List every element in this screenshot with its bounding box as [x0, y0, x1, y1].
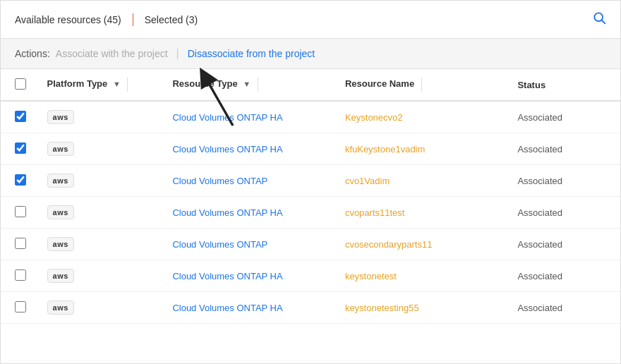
header-left: Available resources (45) Selected (3)	[15, 13, 592, 26]
aws-badge: aws	[47, 142, 74, 156]
row-status: Associated	[510, 260, 620, 292]
status-badge: Associated	[517, 144, 562, 154]
table-row: awsCloud Volumes ONTAP HAkeystonetestAss…	[1, 260, 620, 292]
table-row: awsCloud Volumes ONTAPcvo1VadimAssociate…	[1, 165, 620, 197]
status-header: Status	[510, 69, 620, 101]
row-resource-type[interactable]: Cloud Volumes ONTAP HA	[165, 292, 338, 324]
row-resource-type[interactable]: Cloud Volumes ONTAP HA	[165, 133, 338, 165]
row-resource-name[interactable]: keystonetest	[338, 260, 511, 292]
row-platform: aws	[40, 165, 166, 197]
aws-badge: aws	[47, 110, 74, 124]
resource-type-link[interactable]: Cloud Volumes ONTAP HA	[172, 303, 282, 313]
col-divider-2	[258, 78, 258, 92]
actions-label: Actions:	[15, 48, 50, 59]
table-row: awsCloud Volumes ONTAPcvosecondaryparts1…	[1, 229, 620, 260]
aws-badge: aws	[47, 269, 74, 283]
row-checkbox-0[interactable]	[15, 111, 26, 122]
status-badge: Associated	[517, 271, 562, 281]
row-resource-type[interactable]: Cloud Volumes ONTAP HA	[165, 197, 338, 229]
table-header-row: Platform Type ▼ Resource Type ▼ Resource…	[1, 69, 620, 101]
disassociate-button[interactable]: Disassociate from the project	[188, 48, 315, 59]
header-divider	[133, 13, 133, 26]
row-resource-name[interactable]: cvo1Vadim	[338, 165, 511, 197]
row-status: Associated	[510, 229, 620, 260]
row-resource-name[interactable]: kfuKeystone1vadim	[338, 133, 511, 165]
row-checkbox-cell	[1, 101, 40, 133]
row-resource-name[interactable]: cvosecondaryparts11	[338, 229, 511, 260]
row-platform: aws	[40, 229, 166, 260]
row-checkbox-cell	[1, 229, 40, 260]
resource-type-link[interactable]: Cloud Volumes ONTAP HA	[172, 271, 282, 281]
row-platform: aws	[40, 260, 166, 292]
row-checkbox-cell	[1, 292, 40, 324]
table-row: awsCloud Volumes ONTAP HAkfuKeystone1vad…	[1, 133, 620, 165]
row-resource-name[interactable]: keystonetesting55	[338, 292, 511, 324]
header-bar: Available resources (45) Selected (3)	[1, 1, 620, 39]
row-checkbox-cell	[1, 133, 40, 165]
available-count: Available resources (45)	[15, 14, 121, 25]
row-status: Associated	[510, 165, 620, 197]
resource-type-link[interactable]: Cloud Volumes ONTAP HA	[172, 144, 282, 154]
status-badge: Associated	[517, 303, 562, 313]
resource-type-link[interactable]: Cloud Volumes ONTAP HA	[172, 207, 282, 218]
action-divider: |	[176, 47, 179, 60]
row-resource-type[interactable]: Cloud Volumes ONTAP HA	[165, 101, 338, 133]
platform-filter-icon[interactable]: ▼	[113, 80, 121, 88]
associate-button[interactable]: Associate with the project	[56, 48, 168, 59]
status-badge: Associated	[517, 239, 562, 250]
row-checkbox-cell	[1, 197, 40, 229]
row-checkbox-6[interactable]	[15, 301, 26, 313]
row-checkbox-cell	[1, 165, 40, 197]
row-status: Associated	[510, 133, 620, 165]
aws-badge: aws	[47, 205, 74, 219]
status-badge: Associated	[517, 176, 562, 186]
resource-name-link[interactable]: cvo1Vadim	[345, 176, 390, 186]
aws-badge: aws	[47, 174, 74, 188]
resource-table: Platform Type ▼ Resource Type ▼ Resource…	[1, 69, 620, 324]
resource-name-link[interactable]: Keystonecvo2	[345, 112, 403, 123]
row-platform: aws	[40, 133, 166, 165]
resource-table-container: Platform Type ▼ Resource Type ▼ Resource…	[1, 69, 620, 363]
resource-name-link[interactable]: keystonetest	[345, 271, 397, 281]
aws-badge: aws	[47, 301, 74, 315]
resource-type-filter-icon[interactable]: ▼	[243, 80, 251, 88]
row-platform: aws	[40, 292, 166, 324]
resource-name-link[interactable]: cvosecondaryparts11	[345, 239, 433, 250]
row-resource-type[interactable]: Cloud Volumes ONTAP	[165, 165, 338, 197]
row-resource-type[interactable]: Cloud Volumes ONTAP HA	[165, 260, 338, 292]
table-row: awsCloud Volumes ONTAP HAkeystonetesting…	[1, 292, 620, 324]
resource-name-link[interactable]: keystonetesting55	[345, 303, 419, 313]
row-resource-name[interactable]: Keystonecvo2	[338, 101, 511, 133]
row-status: Associated	[510, 292, 620, 324]
row-platform: aws	[40, 101, 166, 133]
resource-name-header: Resource Name	[338, 69, 511, 101]
search-icon[interactable]	[592, 11, 606, 28]
row-checkbox-5[interactable]	[15, 269, 26, 281]
row-resource-type[interactable]: Cloud Volumes ONTAP	[165, 229, 338, 260]
col-divider-1	[127, 78, 128, 92]
actions-bar: Actions: Associate with the project | Di…	[1, 39, 620, 69]
selected-count: Selected (3)	[145, 14, 198, 25]
resource-name-link[interactable]: cvoparts11test	[345, 207, 405, 218]
row-checkbox-4[interactable]	[15, 238, 26, 249]
row-status: Associated	[510, 101, 620, 133]
table-row: awsCloud Volumes ONTAP HAKeystonecvo2Ass…	[1, 101, 620, 133]
svg-line-1	[602, 20, 605, 24]
row-checkbox-2[interactable]	[15, 174, 26, 186]
platform-type-header: Platform Type ▼	[40, 69, 166, 101]
row-checkbox-3[interactable]	[15, 206, 26, 217]
resource-type-header: Resource Type ▼	[165, 69, 338, 101]
row-platform: aws	[40, 197, 166, 229]
select-all-header[interactable]	[1, 69, 40, 101]
status-badge: Associated	[517, 207, 562, 218]
row-checkbox-1[interactable]	[15, 142, 26, 154]
resource-type-link[interactable]: Cloud Volumes ONTAP HA	[172, 112, 282, 123]
row-resource-name[interactable]: cvoparts11test	[338, 197, 511, 229]
resource-name-link[interactable]: kfuKeystone1vadim	[345, 144, 425, 154]
resource-type-link[interactable]: Cloud Volumes ONTAP	[172, 239, 267, 250]
aws-badge: aws	[47, 237, 74, 251]
row-checkbox-cell	[1, 260, 40, 292]
resource-type-link[interactable]: Cloud Volumes ONTAP	[172, 176, 267, 186]
select-all-checkbox[interactable]	[15, 78, 26, 90]
col-divider-3	[421, 78, 422, 92]
